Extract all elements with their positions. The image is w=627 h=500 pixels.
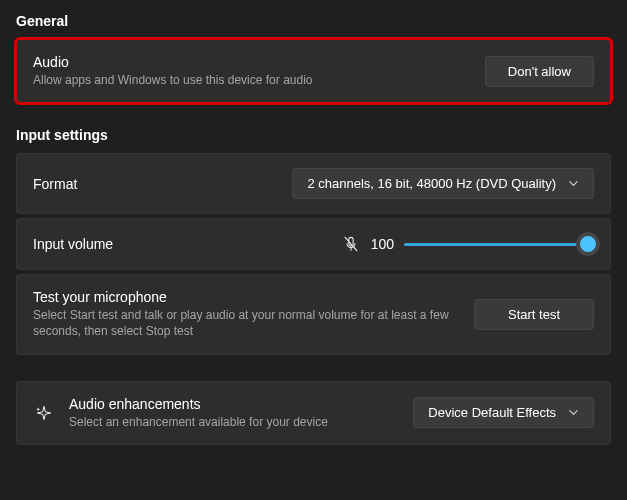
input-volume-label: Input volume bbox=[33, 236, 327, 252]
format-label: Format bbox=[33, 176, 278, 192]
audio-title: Audio bbox=[33, 54, 471, 70]
enhancements-subtitle: Select an enhancement available for your… bbox=[69, 414, 399, 430]
mic-test-title: Test your microphone bbox=[33, 289, 460, 305]
dont-allow-button[interactable]: Don't allow bbox=[485, 56, 594, 87]
enhancements-value: Device Default Effects bbox=[428, 405, 556, 420]
input-volume-panel: Input volume 100 bbox=[16, 218, 611, 270]
enhancements-dropdown[interactable]: Device Default Effects bbox=[413, 397, 594, 428]
mic-test-subtitle: Select Start test and talk or play audio… bbox=[33, 307, 460, 339]
format-dropdown[interactable]: 2 channels, 16 bit, 48000 Hz (DVD Qualit… bbox=[292, 168, 594, 199]
format-value: 2 channels, 16 bit, 48000 Hz (DVD Qualit… bbox=[307, 176, 556, 191]
audio-enhancements-panel: Audio enhancements Select an enhancement… bbox=[16, 381, 611, 445]
volume-value: 100 bbox=[371, 236, 394, 252]
format-panel: Format 2 channels, 16 bit, 48000 Hz (DVD… bbox=[16, 153, 611, 214]
audio-permission-panel: Audio Allow apps and Windows to use this… bbox=[16, 39, 611, 103]
slider-thumb[interactable] bbox=[576, 232, 600, 256]
chevron-down-icon bbox=[568, 178, 579, 189]
volume-slider[interactable] bbox=[404, 236, 594, 252]
microphone-muted-icon[interactable] bbox=[341, 234, 361, 254]
start-test-button[interactable]: Start test bbox=[474, 299, 594, 330]
chevron-down-icon bbox=[568, 407, 579, 418]
slider-track bbox=[404, 243, 594, 246]
mic-test-panel: Test your microphone Select Start test a… bbox=[16, 274, 611, 354]
input-settings-header: Input settings bbox=[0, 103, 627, 153]
general-header: General bbox=[0, 0, 627, 39]
sparkle-icon bbox=[33, 403, 55, 423]
enhancements-title: Audio enhancements bbox=[69, 396, 399, 412]
audio-subtitle: Allow apps and Windows to use this devic… bbox=[33, 72, 471, 88]
